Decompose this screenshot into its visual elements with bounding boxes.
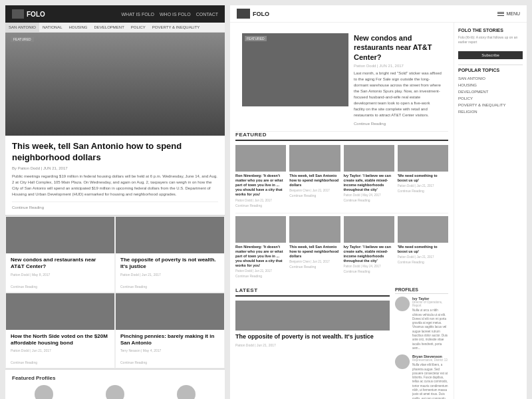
left-card-img-1 [116, 217, 224, 253]
nav-national[interactable]: NATIONAL [39, 23, 66, 32]
feat-card-continue-r2-1[interactable]: Continue Reading [289, 265, 340, 269]
featured-section: FEATURED Ron Nirenberg: 'It doesn't matt… [235, 132, 448, 287]
topic-poverty[interactable]: POVERTY & INEQUALITY [458, 102, 523, 108]
right-header: FOLO MENU [230, 5, 527, 23]
menu-lines-icon [497, 12, 504, 16]
right-logo: FOLO [237, 9, 269, 19]
menu-label: MENU [506, 11, 520, 16]
profile-sidebar-body-1: Nulla vitae elit libero, a pharetra augu… [412, 363, 448, 399]
latest-section: LATEST The opposite of poverty is not we… [235, 287, 390, 399]
feat-card-img-r2-0 [235, 216, 286, 243]
left-card-0: New condos and restaurants near AT&T Cen… [5, 216, 115, 293]
popular-topics-title: POPULAR TOPICS [458, 65, 523, 72]
right-featured-continue[interactable]: Continue Reading [354, 122, 442, 126]
featured-body-left: Public meetings regarding $19 million in… [12, 174, 218, 198]
feat-card-continue-r2-3[interactable]: Continue Reading [398, 260, 448, 264]
feat-card-title-r1-2: Ivy Taylor: 'I believe we can create saf… [344, 174, 394, 193]
left-card-byline-2: Patton Dodd | Jun 21, 2017 [11, 348, 110, 352]
profile-sidebar-0: Ivy Taylor Director of Operations, Repor… [395, 297, 448, 350]
profile-item-1: Nick Comito Bexar County, Ohio Read [83, 385, 148, 399]
nav-what-is-folo[interactable]: WHAT IS FOLO [121, 12, 154, 17]
right-featured-byline: Patton Dodd | JUN 21, 2017 [354, 64, 442, 68]
feat-card-continue-r2-0[interactable]: Continue Reading [235, 274, 286, 278]
right-main: FEATURED New condos and restaurants near… [230, 23, 527, 399]
left-card-title-0: New condos and restaurants near AT&T Cen… [11, 257, 110, 271]
feat-card-img-r1-3 [398, 145, 448, 172]
right-featured-body: Last month, a bright red "Sold" sticker … [354, 70, 442, 118]
feat-card-byline-r2-1: Benjamin Chen | Jun 21, 2017 [289, 260, 340, 263]
profiles-row: Michael Jolla Bexar County, Ohio Read Ni… [12, 385, 218, 399]
feat-card-continue-r1-2[interactable]: Continue Reading [344, 198, 394, 202]
right-featured-title: New condos and restaurants near AT&T Cen… [354, 33, 442, 62]
right-featured-badge: FEATURED [245, 36, 267, 41]
feat-card-r1-2: Ivy Taylor: 'I believe we can create saf… [344, 145, 394, 207]
feat-card-r2-1: This week, tell San Antonio how to spend… [289, 216, 340, 279]
right-panel: FOLO MENU FEATURED New [230, 5, 527, 399]
feat-card-continue-r2-2[interactable]: Continue Reading [344, 269, 394, 273]
latest-article-title: The opposite of poverty is not wealth. I… [235, 333, 390, 341]
feat-card-byline-r2-0: Patton Dodd | Jun 21, 2017 [235, 269, 286, 273]
left-card-2: How the North Side voted on the $20M aff… [5, 293, 115, 369]
nav-san-antonio[interactable]: SAN ANTONIO [5, 23, 39, 32]
featured-image-inner [5, 33, 225, 136]
right-content: FEATURED New condos and restaurants near… [230, 23, 454, 399]
menu-button[interactable]: MENU [497, 11, 520, 16]
left-profiles: Featured Profiles Michael Jolla Bexar Co… [5, 368, 225, 399]
topic-development[interactable]: DEVELOPMENT [458, 88, 523, 95]
left-card-title-2: How the North Side voted on the $20M aff… [11, 333, 110, 347]
sidebar-folo-title: FOLO THE STORIES [458, 28, 523, 33]
nav-who-is-folo[interactable]: WHO IS FOLO [160, 12, 191, 17]
left-cards-grid: New condos and restaurants near AT&T Cen… [5, 215, 225, 369]
latest-thumb-right [235, 301, 390, 331]
bottom-section: LATEST The opposite of poverty is not we… [235, 287, 448, 399]
nav-policy[interactable]: POLICY [128, 23, 149, 32]
latest-article-byline: Patton Dodd | Jun 21, 2017 [235, 343, 390, 347]
feat-card-r1-3: 'We need something to boost us up' Patto… [398, 145, 448, 207]
featured-grid-row1: Ron Nirenberg: 'It doesn't matter who yo… [235, 145, 448, 207]
nav-development[interactable]: DEVELOPMENT [90, 23, 127, 32]
profiles-sidebar-section: PROFILES Ivy Taylor Director of Operatio… [395, 287, 448, 399]
logo-icon-left [12, 9, 24, 19]
topic-religion[interactable]: RELIGION [458, 108, 523, 115]
left-card-img-3 [116, 293, 224, 330]
featured-grid-row2: Ron Nirenberg: 'It doesn't matter who yo… [235, 213, 448, 279]
topic-policy[interactable]: POLICY [458, 95, 523, 102]
menu-line-3 [497, 15, 504, 16]
feat-card-continue-r1-0[interactable]: Continue Reading [235, 203, 286, 207]
left-card-img-2 [6, 293, 114, 330]
nav-housing[interactable]: HOUSING [65, 23, 90, 32]
left-panel: FOLO WHAT IS FOLO WHO IS FOLO CONTACT SA… [5, 5, 225, 399]
feat-card-continue-r1-1[interactable]: Continue Reading [289, 194, 340, 198]
nav-contact[interactable]: CONTACT [196, 12, 218, 17]
left-logo: FOLO [12, 9, 45, 19]
feat-card-title-r2-3: 'We need something to boost us up' [398, 245, 448, 254]
left-header: FOLO WHAT IS FOLO WHO IS FOLO CONTACT [5, 5, 225, 23]
left-card-byline-1: Patton Dodd | Jun 21, 2017 [120, 273, 219, 277]
feat-card-img-r1-0 [235, 145, 286, 172]
right-featured-content: New condos and restaurants near AT&T Cen… [354, 33, 442, 126]
left-card-continue-2[interactable]: Continue Reading [11, 360, 37, 364]
left-card-continue-1[interactable]: Continue Reading [120, 285, 147, 289]
right-featured-image: FEATURED [242, 33, 348, 106]
profile-sidebar-avatar-1 [395, 354, 410, 369]
topic-housing[interactable]: HOUSING [458, 82, 523, 88]
feat-card-r1-1: This week, tell San Antonio how to spend… [289, 145, 340, 207]
nav-poverty[interactable]: POVERTY & INEQUALITY [149, 23, 203, 32]
menu-line-2 [497, 13, 504, 14]
feat-card-byline-r1-3: Patton Dodd | Jun 21, 2017 [398, 184, 448, 188]
profiles-sidebar-title: PROFILES [395, 287, 448, 294]
feat-card-byline-r1-0: Patton Dodd | Jun 21, 2017 [235, 199, 286, 202]
menu-line-1 [497, 12, 504, 13]
feat-card-title-r2-2: Ivy Taylor: 'I believe we can create saf… [344, 245, 394, 264]
left-card-continue-0[interactable]: Continue Reading [11, 285, 37, 289]
left-featured-section: FEATURED This week, tell San Antonio how… [5, 33, 225, 215]
topic-san-antonio[interactable]: SAN ANTONIO [458, 75, 523, 82]
left-card-3: Pinching pennies: barely making it in Sa… [115, 293, 225, 369]
featured-continue-left[interactable]: Continue Reading [12, 201, 218, 209]
left-card-continue-3[interactable]: Continue Reading [120, 360, 147, 364]
left-card-byline-0: Patton Dodd | May 8, 2017 [11, 273, 110, 277]
profile-sidebar-avatar-0 [395, 297, 410, 311]
feat-card-continue-r1-3[interactable]: Continue Reading [398, 189, 448, 193]
subscribe-button[interactable]: Subscribe [458, 51, 523, 59]
featured-title-left: This week, tell San Antonio how to spend… [12, 141, 218, 164]
